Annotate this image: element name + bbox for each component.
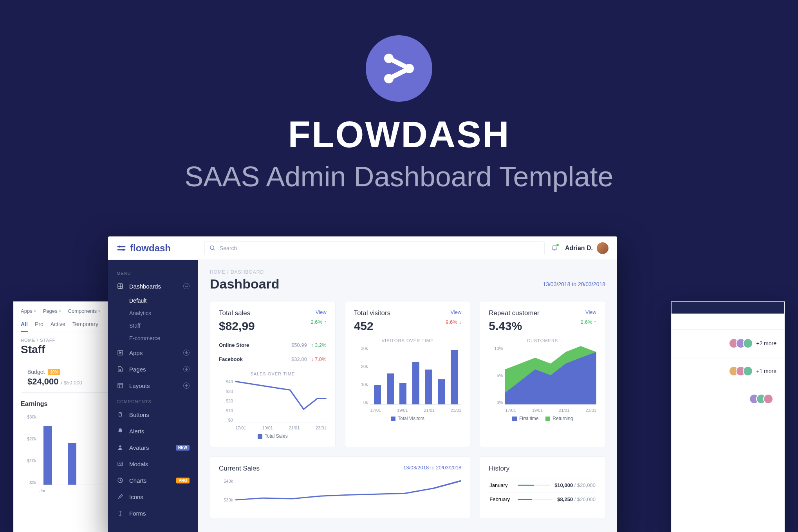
layout-icon: [117, 382, 124, 389]
hero: FLOWDASH SAAS Admin Dashboard Template: [0, 0, 798, 193]
earnings-chart: $30k $20k $10k $0k Jan Feb: [21, 415, 119, 493]
tab-active[interactable]: Active: [51, 321, 65, 332]
card-total-visitors: Total visitors 452 View 9.6% ↓ VISITORS …: [345, 301, 471, 447]
visitors-bar-chart: 30k 20k 10k 0k: [354, 346, 462, 413]
sidebar-item-pages[interactable]: Pages: [108, 361, 198, 377]
sidebar-item-forms[interactable]: Forms: [108, 505, 198, 521]
card-title: History: [489, 465, 596, 472]
chart-legend: Total Visitors: [354, 416, 462, 421]
hero-subtitle: SAAS Admin Dashboard Template: [0, 161, 798, 193]
brand-icon: [117, 243, 126, 253]
nav-pages[interactable]: Pages: [43, 308, 61, 314]
svg-point-4: [123, 249, 125, 251]
play-icon: [117, 349, 124, 356]
sidebar-sub-ecommerce[interactable]: E-commerce: [108, 332, 198, 344]
sidebar-item-apps[interactable]: Apps: [108, 344, 198, 361]
team-row: +2 more: [672, 329, 784, 357]
hero-title: FLOWDASH: [0, 114, 798, 156]
sidebar-item-icons[interactable]: Icons: [108, 489, 198, 505]
sidebar-section-components: COMPONENTS: [108, 397, 198, 406]
budget-card: Budget 20% $24,000 / $50,000: [21, 363, 119, 393]
expand-icon[interactable]: [183, 350, 190, 356]
budget-total: / $50,000: [61, 380, 82, 386]
budget-pct-badge: 20%: [48, 369, 60, 375]
card-title: Total sales: [219, 309, 255, 317]
date-range[interactable]: 13/03/2018 to 20/03/2018: [403, 465, 461, 471]
brush-icon: [117, 493, 124, 500]
view-link[interactable]: View: [316, 309, 327, 315]
page-title: Staff: [21, 343, 119, 356]
modal-icon: [117, 460, 124, 467]
sidebar-item-layouts[interactable]: Layouts: [108, 377, 198, 394]
chart-legend: First time Returning: [489, 416, 596, 421]
page-title: Dashboard: [210, 276, 280, 292]
team-row: [672, 385, 784, 413]
avatar-group: [732, 366, 753, 376]
nav-apps[interactable]: Apps: [21, 308, 36, 314]
avatar-group: [752, 394, 773, 404]
grid-icon: [117, 283, 124, 290]
sidebar-sub-default[interactable]: Default: [108, 294, 198, 307]
nav-components[interactable]: Components: [68, 308, 101, 314]
card-current-sales: Current Sales 13/03/2018 to 20/03/2018 $…: [210, 456, 470, 518]
current-sales-chart: $40k $30k: [219, 479, 461, 510]
sidebar-section-menu: MENU: [108, 269, 198, 278]
svg-rect-11: [118, 462, 123, 465]
chart-legend: Total Sales: [219, 433, 327, 439]
delta-up: 2.6% ↑: [581, 319, 596, 325]
dashboard-window: flowdash Search Adrian D. MENU Dashboard…: [108, 236, 617, 532]
tab-pro[interactable]: Pro: [35, 321, 43, 332]
search-input[interactable]: Search: [204, 241, 545, 255]
share-icon: [379, 49, 419, 88]
sidebar-item-buttons[interactable]: Buttons: [108, 406, 198, 423]
expand-icon[interactable]: [183, 382, 190, 389]
card-value: 452: [354, 319, 391, 333]
card-title: Total visitors: [354, 309, 391, 317]
brand[interactable]: flowdash: [108, 243, 198, 254]
brand-logo: [366, 35, 432, 102]
card-history: History January $10,000 / $20,000 Februa…: [480, 456, 605, 518]
preview-team-window: +2 more +1 more: [671, 301, 785, 532]
delta-up: 2.6% ↑: [311, 319, 327, 325]
budget-label: Budget: [27, 369, 45, 375]
collapse-icon[interactable]: [183, 283, 190, 289]
card-value: 5.43%: [489, 319, 539, 333]
avatar[interactable]: [763, 394, 773, 404]
user-menu[interactable]: Adrian D.: [565, 242, 608, 254]
tab-all[interactable]: All: [21, 321, 28, 332]
crumb-home[interactable]: HOME: [21, 338, 35, 343]
avatar[interactable]: [743, 338, 753, 348]
notifications-button[interactable]: [551, 245, 558, 252]
sales-line-chart: $40 $30 $20 $10 $0 17/01: [219, 379, 327, 430]
card-repeat-customer: Repeat customer 5.43% View 2.6% ↑ CUSTOM…: [480, 301, 605, 447]
avatar[interactable]: [743, 366, 753, 376]
history-row: February $8,250 / $20,000: [489, 492, 596, 506]
svg-point-10: [119, 445, 121, 447]
more-count[interactable]: +2 more: [756, 340, 776, 346]
breadcrumb: HOME / DASHBOARD: [210, 269, 605, 275]
date-range-picker[interactable]: 13/03/2018 to 20/03/2018: [543, 281, 605, 287]
crumb-home[interactable]: HOME: [210, 269, 226, 275]
view-link[interactable]: View: [585, 309, 596, 315]
sidebar-item-dashboards[interactable]: Dashboards: [108, 278, 198, 294]
more-count[interactable]: +1 more: [756, 368, 776, 374]
card-title: Current Sales: [219, 465, 260, 472]
card-total-sales: Total sales $82,99 View 2.6% ↑ Online St…: [210, 301, 336, 447]
main-content: HOME / DASHBOARD Dashboard 13/03/2018 to…: [198, 260, 617, 532]
sidebar-sub-analytics[interactable]: Analytics: [108, 307, 198, 319]
svg-point-3: [119, 245, 121, 247]
tab-temporary[interactable]: Temporary: [72, 321, 98, 332]
sidebar-sub-staff[interactable]: Staff: [108, 319, 198, 332]
channel-row: Online Store $50.99↑ 3.2%: [219, 338, 327, 352]
avatar-group: [732, 338, 753, 348]
sidebar-item-alerts[interactable]: Alerts: [108, 423, 198, 439]
view-link[interactable]: View: [450, 309, 461, 315]
sidebar-item-modals[interactable]: Modals: [108, 456, 198, 472]
sidebar-item-avatars[interactable]: Avatars NEW: [108, 439, 198, 456]
delta-down: 9.6% ↓: [446, 319, 461, 325]
sidebar-item-charts[interactable]: Charts PRO: [108, 472, 198, 489]
customers-area-chart: 10% 5% 0% 17/01 19/01: [489, 346, 596, 413]
chart-title: VISITORS OVER TIME: [354, 338, 462, 343]
expand-icon[interactable]: [183, 366, 190, 372]
topbar: flowdash Search Adrian D.: [108, 236, 617, 260]
